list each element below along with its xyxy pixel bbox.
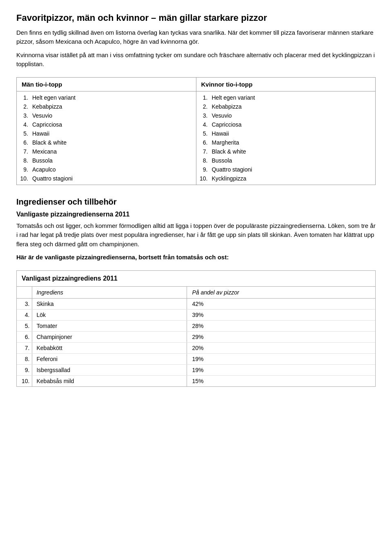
list-item-name: Quattro stagioni	[209, 166, 252, 173]
intro-paragraph-1: Den finns en tydlig skillnad även om lis…	[16, 28, 376, 47]
list-item-num: 7.	[17, 148, 30, 155]
row-name: Champinjoner	[32, 331, 187, 342]
row-pct: 28%	[187, 320, 375, 331]
list-item-num: 6.	[17, 139, 30, 146]
list-item: 3.Vesuvio	[196, 111, 376, 120]
list-item: 1.Helt egen variant	[196, 93, 376, 102]
list-item-name: Helt egen variant	[30, 94, 76, 101]
row-name: Lök	[32, 309, 187, 320]
row-num: 5.	[17, 320, 32, 331]
list-item-num: 9.	[17, 166, 30, 173]
row-pct: 42%	[187, 298, 375, 309]
list-item-num: 10.	[17, 175, 30, 182]
list-item-num: 4.	[17, 121, 30, 128]
list-item: 10.Quattro stagioni	[17, 174, 196, 183]
table-row: 7. Kebabkött 20%	[17, 342, 375, 353]
row-pct: 29%	[187, 331, 375, 342]
list-item-name: Vesuvio	[30, 112, 52, 119]
andel-column-header: På andel av pizzor	[187, 287, 375, 299]
list-item-name: Kebabpizza	[209, 103, 242, 110]
list-item-name: Hawaii	[30, 130, 49, 137]
ingr-column-header: Ingrediens	[32, 287, 187, 299]
list-item-num: 6.	[196, 139, 209, 146]
intro-paragraph-2: Kvinnorna visar istället på att man i vi…	[16, 51, 376, 69]
list-item: 7.Black & white	[196, 147, 376, 156]
row-pct: 20%	[187, 342, 375, 353]
list-item: 2.Kebabpizza	[17, 102, 196, 111]
women-column: 1.Helt egen variant2.Kebabpizza3.Vesuvio…	[196, 91, 376, 185]
table-row: 10. Kebabsås mild 15%	[17, 375, 375, 386]
women-column-header: Kvinnor tio-i-topp	[196, 78, 376, 91]
list-item-name: Bussola	[209, 157, 232, 164]
list-item-name: Bussola	[30, 157, 53, 164]
row-num: 7.	[17, 342, 32, 353]
row-pct: 39%	[187, 309, 375, 320]
list-item-num: 8.	[17, 157, 30, 164]
table-row: 3. Skinka 42%	[17, 298, 375, 309]
list-item: 1.Helt egen variant	[17, 93, 196, 102]
row-name: Feferoni	[32, 353, 187, 364]
row-num: 3.	[17, 298, 32, 309]
list-item: 5.Hawaii	[196, 129, 376, 138]
top-table-header: Män tio-i-topp Kvinnor tio-i-topp	[17, 78, 375, 91]
list-item-num: 5.	[196, 130, 209, 137]
subsection-title: Vanligaste pizzaingredienserna 2011	[16, 211, 376, 218]
row-name: Tomater	[32, 320, 187, 331]
row-pct: 19%	[187, 353, 375, 364]
list-item: 5.Hawaii	[17, 129, 196, 138]
list-item-num: 9.	[196, 166, 209, 173]
list-item-num: 8.	[196, 157, 209, 164]
body-paragraph-1: Tomatsås och ost ligger, och kommer förm…	[16, 221, 376, 249]
list-item-name: Vesuvio	[209, 112, 232, 119]
ingredients-table-header-row: Ingrediens På andel av pizzor	[17, 287, 375, 299]
row-num: 10.	[17, 375, 32, 386]
top-table-rows: 1.Helt egen variant2.Kebabpizza3.Vesuvio…	[17, 91, 375, 185]
row-name: Kebabsås mild	[32, 375, 187, 386]
list-item: 3.Vesuvio	[17, 111, 196, 120]
list-item: 2.Kebabpizza	[196, 102, 376, 111]
list-item-num: 5.	[17, 130, 30, 137]
list-item-name: Kycklingpizza	[209, 175, 247, 182]
row-pct: 15%	[187, 375, 375, 386]
ingredients-table: Vanligast pizzaingrediens 2011 Ingredien…	[17, 271, 375, 386]
list-item-num: 3.	[196, 112, 209, 119]
list-item-name: Capricciosa	[30, 121, 62, 128]
list-item-name: Margherita	[209, 139, 239, 146]
list-item-name: Black & white	[30, 139, 67, 146]
list-item-num: 2.	[196, 103, 209, 110]
list-item-num: 10.	[196, 175, 209, 182]
top-table-container: Män tio-i-topp Kvinnor tio-i-topp 1.Helt…	[16, 77, 376, 185]
list-item-name: Acapulco	[30, 166, 56, 173]
list-item-name: Capricciosa	[209, 121, 242, 128]
men-column: 1.Helt egen variant2.Kebabpizza3.Vesuvio…	[17, 91, 196, 185]
list-item: 8.Bussola	[17, 156, 196, 165]
table-row: 9. Isbergssallad 19%	[17, 364, 375, 375]
list-item-num: 4.	[196, 121, 209, 128]
table-row: 5. Tomater 28%	[17, 320, 375, 331]
table-row: 6. Champinjoner 29%	[17, 331, 375, 342]
list-item: 8.Bussola	[196, 156, 376, 165]
list-item-name: Mexicana	[30, 148, 57, 155]
list-item-num: 2.	[17, 103, 30, 110]
list-item-name: Quattro stagioni	[30, 175, 73, 182]
table-row: 4. Lök 39%	[17, 309, 375, 320]
list-item-num: 7.	[196, 148, 209, 155]
list-item-name: Black & white	[209, 148, 246, 155]
num-column-header	[17, 287, 32, 299]
ingredients-table-container: Vanligast pizzaingrediens 2011 Ingredien…	[16, 270, 376, 387]
page-title: Favoritpizzor, män och kvinnor – män gil…	[16, 12, 376, 24]
list-item-name: Helt egen variant	[209, 94, 255, 101]
list-item-name: Kebabpizza	[30, 103, 62, 110]
list-item-name: Hawaii	[209, 130, 229, 137]
row-name: Isbergssallad	[32, 364, 187, 375]
body-paragraph-2: Här är de vanligaste pizzaingredienserna…	[16, 253, 376, 262]
list-item-num: 3.	[17, 112, 30, 119]
row-pct: 19%	[187, 364, 375, 375]
list-item: 6.Margherita	[196, 138, 376, 147]
section-title: Ingredienser och tillbehör	[16, 197, 376, 207]
row-num: 8.	[17, 353, 32, 364]
men-column-header: Män tio-i-topp	[17, 78, 196, 91]
row-num: 6.	[17, 331, 32, 342]
row-num: 4.	[17, 309, 32, 320]
list-item: 6.Black & white	[17, 138, 196, 147]
